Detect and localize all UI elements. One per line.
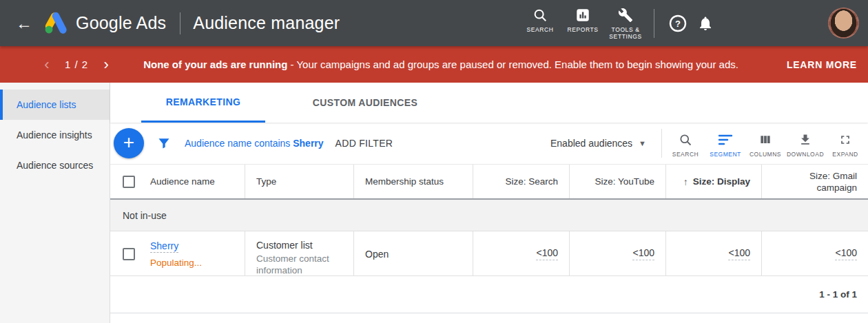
alert-banner: ‹ 1 / 2 › None of your ads are running -…: [0, 46, 868, 83]
cell-size-search: <100: [473, 231, 569, 276]
column-header-size-search[interactable]: Size: Search: [473, 165, 569, 198]
banner-message-bold: None of your ads are running: [143, 59, 287, 70]
group-row-not-in-use: Not in-use: [110, 200, 868, 231]
download-icon: [798, 132, 812, 148]
cell-audience-name: Sherry Populating...: [110, 231, 245, 276]
filter-toolbar: + Audience name contains Sherry ADD FILT…: [110, 123, 868, 164]
plus-icon: +: [123, 133, 134, 152]
notifications-bell-button[interactable]: [692, 15, 719, 32]
type-detail: Customer contact information: [256, 253, 342, 276]
main-panel: REMARKETING CUSTOM AUDIENCES + Audience …: [110, 83, 868, 323]
audience-name-link[interactable]: Sherry: [150, 240, 178, 253]
select-all-checkbox[interactable]: [123, 176, 135, 188]
sidebar-item-audience-sources[interactable]: Audience sources: [0, 150, 110, 180]
sidebar-item-audience-lists[interactable]: Audience lists: [0, 90, 110, 120]
size-display-value[interactable]: <100: [728, 247, 750, 260]
wrench-icon: [618, 8, 633, 23]
add-audience-button[interactable]: +: [114, 128, 144, 158]
columns-icon: [758, 132, 772, 148]
search-icon: [679, 132, 692, 148]
cell-size-youtube: <100: [569, 231, 665, 276]
tab-bar: REMARKETING CUSTOM AUDIENCES: [110, 83, 868, 123]
top-nav: SEARCH REPORTS: [519, 6, 647, 40]
sort-ascending-icon: ↑: [683, 176, 688, 187]
column-header-size-display[interactable]: ↑ Size: Display: [665, 165, 761, 198]
cell-membership-status: Open: [353, 231, 473, 276]
product-name: Google Ads: [76, 13, 166, 33]
sidebar: Audience lists Audience insights Audienc…: [0, 83, 110, 323]
banner-pagination: 1 / 2: [65, 59, 88, 70]
table-row: Sherry Populating... Customer list Custo…: [110, 231, 868, 276]
reports-nav-button[interactable]: REPORTS: [561, 6, 604, 33]
column-header-audience-name: Audience name: [110, 165, 245, 198]
svg-text:?: ?: [675, 19, 681, 29]
banner-previous-icon[interactable]: ‹: [39, 58, 55, 72]
google-ads-audience-manager: ← Google Ads Audience manager SEARCH: [0, 0, 868, 323]
table-segment-button[interactable]: SEGMENT: [705, 129, 745, 158]
applied-filter-chip[interactable]: Audience name contains Sherry: [185, 138, 324, 149]
pagination-label: 1 - 1 of 1: [819, 289, 857, 300]
row-checkbox[interactable]: [123, 248, 135, 260]
learn-more-link[interactable]: LEARN MORE: [787, 59, 857, 70]
expand-icon: [838, 132, 852, 148]
column-header-type[interactable]: Type: [245, 165, 353, 198]
filter-funnel-icon: [157, 136, 171, 150]
table-columns-button[interactable]: COLUMNS: [745, 129, 785, 158]
table-footer: 1 - 1 of 1: [110, 276, 868, 313]
search-nav-button[interactable]: SEARCH: [519, 6, 561, 33]
tools-settings-nav-button[interactable]: TOOLS & SETTINGS: [604, 6, 647, 40]
table-download-button[interactable]: DOWNLOAD: [785, 129, 825, 158]
cell-type: Customer list Customer contact informati…: [245, 231, 353, 276]
banner-message-rest: - Your campaigns and ad groups are pause…: [287, 59, 738, 70]
tab-remarketing[interactable]: REMARKETING: [141, 83, 265, 123]
topbar-divider: [654, 9, 654, 38]
column-header-membership-status[interactable]: Membership status: [353, 165, 473, 198]
search-icon: [533, 8, 548, 23]
user-avatar[interactable]: [828, 8, 859, 39]
column-header-size-youtube[interactable]: Size: YouTube: [569, 165, 665, 198]
title-divider: [180, 12, 180, 34]
toolbar-divider: [661, 129, 662, 158]
table-expand-button[interactable]: EXPAND: [825, 129, 865, 158]
tab-custom-audiences[interactable]: CUSTOM AUDIENCES: [293, 83, 437, 123]
cell-size-gmail: <100: [761, 231, 868, 276]
add-filter-button[interactable]: ADD FILTER: [335, 138, 393, 149]
size-youtube-value[interactable]: <100: [632, 247, 654, 260]
column-header-size-gmail[interactable]: Size: Gmail campaign: [761, 165, 868, 198]
reports-icon: [575, 8, 590, 23]
back-arrow-icon[interactable]: ←: [14, 14, 34, 33]
table-search-button[interactable]: SEARCH: [665, 129, 705, 158]
google-ads-logo-icon[interactable]: [43, 10, 69, 37]
size-search-value[interactable]: <100: [536, 247, 558, 260]
chevron-down-icon: ▼: [639, 139, 646, 147]
page-title: Audience manager: [193, 13, 340, 33]
audience-status-dropdown[interactable]: Enabled audiences ▼: [550, 138, 646, 149]
content-area: Audience lists Audience insights Audienc…: [0, 83, 868, 323]
segment-icon: [718, 132, 733, 148]
help-button[interactable]: ?: [664, 14, 692, 32]
size-gmail-value[interactable]: <100: [835, 247, 857, 260]
banner-message: None of your ads are running - Your camp…: [143, 59, 738, 70]
sidebar-item-audience-insights[interactable]: Audience insights: [0, 120, 110, 150]
table-tools: SEARCH SEGMENT: [665, 129, 868, 158]
banner-next-icon[interactable]: ›: [98, 58, 114, 72]
cell-size-display: <100: [665, 231, 761, 276]
top-app-bar: ← Google Ads Audience manager SEARCH: [0, 0, 868, 46]
table-header-row: Audience name Type Membership status Siz…: [110, 164, 868, 200]
populating-status: Populating...: [150, 258, 202, 268]
